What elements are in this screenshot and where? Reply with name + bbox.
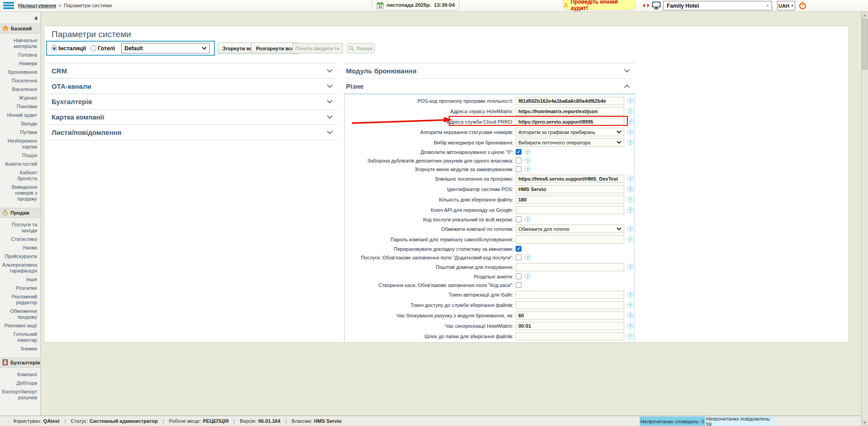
setting-text-input[interactable] — [516, 322, 624, 330]
sidebar-item[interactable]: Компанії — [0, 370, 40, 379]
expand-all-button[interactable]: Розгорнути все — [251, 43, 299, 54]
setting-select[interactable]: Обмежити для готелю — [516, 225, 624, 233]
search-input[interactable] — [292, 43, 343, 53]
help-icon[interactable]: ? — [627, 176, 633, 182]
setting-text-input[interactable] — [516, 196, 624, 204]
radio-installations[interactable] — [51, 45, 57, 51]
setting-text-input[interactable] — [516, 291, 624, 299]
profile-select[interactable]: Default — [121, 43, 210, 53]
sidebar-item[interactable]: Заходи — [0, 120, 40, 128]
section-header[interactable]: Листи/повідомлення — [46, 125, 337, 140]
setting-checkbox[interactable] — [516, 282, 522, 288]
help-icon[interactable]: ? — [525, 254, 531, 260]
setting-select[interactable]: Алгоритм за графіком прибирань — [516, 128, 624, 136]
sidebar-item[interactable]: Виселення — [0, 85, 40, 94]
sidebar-item[interactable]: Путівки — [0, 128, 40, 137]
section-header[interactable]: Картка компанії — [46, 110, 337, 125]
setting-text-input[interactable] — [516, 97, 624, 105]
sidebar-item[interactable]: Експорт/Імпорт рахунків — [0, 388, 40, 402]
sidebar-item[interactable]: Прейскуранти — [0, 252, 40, 261]
help-icon[interactable]: ? — [627, 333, 633, 339]
help-icon[interactable]: ? — [525, 273, 531, 279]
sidebar-item[interactable]: Дебітори — [0, 379, 40, 388]
setting-checkbox[interactable] — [516, 158, 522, 163]
section-header[interactable]: CRM — [46, 63, 337, 79]
setting-checkbox[interactable] — [516, 254, 522, 260]
help-icon[interactable]: ? — [525, 149, 531, 155]
setting-checkbox[interactable] — [516, 166, 522, 172]
setting-text-input[interactable] — [516, 301, 624, 309]
setting-text-input[interactable] — [516, 107, 624, 115]
setting-text-input[interactable] — [516, 175, 624, 183]
sidebar-group-header[interactable]: Бухгалтерія — [0, 358, 40, 368]
vertical-scrollbar[interactable]: ▲ ▼ — [861, 12, 868, 426]
night-audit-warning-button[interactable]: ⚠ Проведіть нічний аудит! — [563, 0, 636, 10]
hotel-select[interactable]: Family Hotel ▼ — [663, 1, 772, 10]
sidebar-item[interactable]: Альтернативна тарифікація — [0, 261, 40, 275]
sidebar-group-header[interactable]: Базовий — [0, 24, 40, 34]
hamburger-menu-icon[interactable] — [3, 2, 14, 10]
sidebar-item[interactable]: Послуги та заходи — [0, 220, 40, 235]
help-icon[interactable]: ? — [525, 216, 531, 222]
help-icon[interactable]: ? — [525, 166, 531, 172]
setting-text-input[interactable] — [516, 118, 624, 126]
sidebar-item[interactable]: Навчальні матеріали — [0, 36, 40, 51]
sidebar-collapse-icon[interactable] — [33, 16, 38, 21]
help-icon[interactable]: ? — [627, 129, 633, 135]
sidebar-item[interactable]: Пошук — [0, 151, 40, 160]
sidebar-item[interactable]: Номери — [0, 59, 40, 68]
setting-text-input[interactable] — [516, 311, 624, 320]
setting-text-input[interactable] — [516, 185, 624, 193]
sidebar-item[interactable]: Анкети гостей — [0, 160, 40, 168]
currency-select[interactable]: UAH ▼ — [777, 1, 795, 10]
sidebar-item[interactable]: Бронювання — [0, 68, 40, 77]
help-icon[interactable]: ? — [627, 207, 633, 213]
help-icon[interactable]: ? — [627, 139, 633, 145]
section-header-booking-module[interactable]: Модуль бронювання — [344, 63, 635, 79]
section-header[interactable]: Бухгалтерія — [46, 94, 337, 110]
help-icon[interactable]: ? — [627, 108, 633, 114]
setting-text-input[interactable] — [516, 235, 624, 244]
sidebar-group-header[interactable]: Продаж — [0, 208, 40, 218]
help-icon[interactable]: ? — [627, 264, 633, 270]
sidebar-item[interactable]: Інше — [0, 275, 40, 284]
setting-select[interactable]: Вибирати поточного оператора — [516, 138, 624, 147]
sidebar-item[interactable]: Незбережені картки — [0, 137, 40, 151]
setting-checkbox[interactable] — [516, 216, 522, 222]
unread-notifications-badge[interactable]: Непрочитаних сповіщень: 0 — [640, 416, 705, 426]
workstation-monitor-icon[interactable] — [652, 1, 661, 10]
scroll-up-arrow[interactable]: ▲ — [862, 12, 868, 19]
sidebar-item[interactable]: Нічний аудит — [0, 111, 40, 120]
help-icon[interactable]: ? — [525, 158, 531, 163]
help-icon[interactable]: ? — [627, 236, 633, 242]
scrollbar-thumb[interactable] — [862, 19, 868, 70]
swap-arrows-icon[interactable] — [642, 3, 650, 8]
help-icon[interactable]: ? — [627, 312, 633, 318]
help-icon[interactable]: ? — [627, 302, 633, 308]
sidebar-item[interactable]: Знижки — [0, 345, 40, 353]
sidebar-item[interactable]: Розсилки — [0, 284, 40, 292]
help-icon[interactable]: ? — [627, 226, 633, 232]
sidebar-item[interactable]: Готельний інвентар — [0, 330, 40, 345]
section-header-misc[interactable]: Різне — [344, 79, 635, 93]
help-icon[interactable]: ? — [627, 186, 633, 192]
help-icon[interactable]: ? — [627, 119, 633, 124]
unread-messages-badge[interactable]: Непрочитаних повідомлень: 59 — [706, 416, 775, 426]
setting-text-input[interactable] — [516, 206, 624, 214]
sidebar-item[interactable]: Рекламний редактор — [0, 292, 40, 307]
sidebar-item[interactable]: Поселення — [0, 77, 40, 85]
setting-checkbox[interactable] — [516, 273, 522, 279]
setting-checkbox[interactable]: ✓ — [516, 149, 522, 155]
setting-text-input[interactable] — [516, 332, 624, 340]
help-icon[interactable]: ? — [627, 98, 633, 104]
sidebar-item[interactable]: Обмеження продажу — [0, 307, 40, 321]
help-icon[interactable]: ? — [627, 292, 633, 297]
sidebar-item[interactable]: Статистика — [0, 235, 40, 244]
setting-checkbox[interactable]: ✓ — [516, 246, 522, 252]
scroll-down-arrow[interactable]: ▼ — [862, 419, 868, 426]
sidebar-item[interactable]: Головна — [0, 51, 40, 59]
section-header[interactable]: ОТА-канали — [46, 79, 337, 94]
radio-hotels[interactable] — [90, 45, 96, 51]
sidebar-item[interactable]: Кабінет броніста — [0, 168, 40, 183]
sidebar-item[interactable]: Рекламні акції — [0, 321, 40, 330]
